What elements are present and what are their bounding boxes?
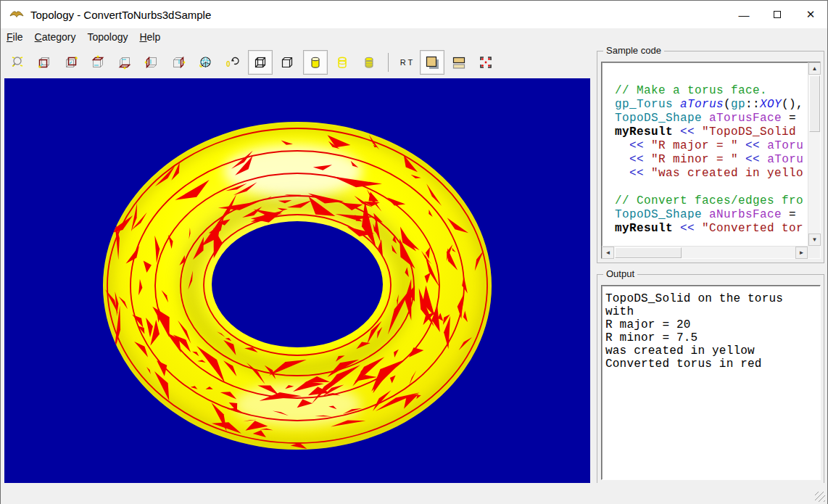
title-bar: Topology - ConvertToNurbs3dSample — ✕ (1, 1, 827, 28)
app-logo-icon (9, 7, 25, 22)
code-horizontal-scrollbar[interactable]: ◄ ► (602, 246, 808, 258)
shaded-cylinder-icon (308, 55, 323, 70)
hlr-off-button[interactable] (248, 50, 273, 75)
svg-text:0: 0 (226, 60, 231, 68)
output-area: TopoDS_Solid on the toruswithR major = 2… (601, 285, 821, 480)
axonometric-sphere-icon (198, 55, 212, 70)
code-line (615, 181, 808, 194)
output-label: Output (603, 268, 637, 279)
status-strip (1, 483, 827, 504)
rotate-view-button[interactable]: 0 (220, 50, 244, 75)
output-line: was created in yellow (605, 344, 820, 358)
hlr-on-button[interactable] (275, 50, 299, 75)
output-group: Output TopoDS_Solid on the toruswithR ma… (597, 274, 824, 484)
dotted-frame-icon (478, 54, 494, 70)
view-right-button[interactable] (166, 50, 191, 75)
vertical-scroll-thumb[interactable] (809, 75, 820, 132)
scroll-left-button[interactable]: ◄ (602, 247, 614, 259)
select-area-button[interactable] (473, 50, 498, 75)
close-button[interactable]: ✕ (794, 1, 827, 28)
cube-right-icon (171, 55, 186, 70)
view-bottom-button[interactable] (112, 50, 137, 75)
torus-render (4, 78, 590, 483)
code-line (615, 70, 808, 84)
resize-grip-icon[interactable] (815, 492, 825, 502)
menu-bar: FileCategoryTopologyHelp (1, 28, 827, 46)
shading-button[interactable] (303, 50, 328, 75)
menu-item-file[interactable]: File (1, 29, 29, 45)
output-line: R minor = 7.5 (605, 331, 820, 344)
scroll-right-button[interactable]: ► (795, 247, 808, 259)
code-line: myResult << "TopoDS_Solid (615, 125, 808, 139)
magnifier-icon (9, 54, 25, 70)
window-controls: — ✕ (727, 1, 827, 28)
code-line: << "R major = " << aToru (615, 139, 808, 153)
cube-left-icon (144, 55, 159, 70)
view-axo-button[interactable] (193, 50, 218, 75)
output-line: TopoDS_Solid on the torus (605, 292, 820, 305)
cube-bottom-icon (117, 55, 132, 70)
menu-item-category[interactable]: Category (29, 29, 82, 45)
code-line: TopoDS_Shape aTorusFace = (615, 112, 808, 125)
horizontal-scroll-thumb[interactable] (615, 247, 682, 258)
code-lines[interactable]: // Make a torus face.gp_Torus aTorus(gp:… (602, 62, 808, 246)
output-line: R major = 20 (605, 318, 820, 331)
viewport-3d[interactable] (4, 78, 590, 483)
shaded-edges-button[interactable] (357, 50, 381, 75)
cube-back-icon (64, 55, 78, 70)
scroll-up-button[interactable]: ▲ (808, 62, 821, 75)
wire-cylinder-icon (335, 55, 349, 70)
code-line: TopoDS_Shape aNurbsFace = (615, 208, 808, 222)
output-lines[interactable]: TopoDS_Solid on the toruswithR major = 2… (602, 286, 820, 479)
output-line: with (605, 305, 820, 318)
minimize-button[interactable]: — (727, 1, 761, 28)
code-line: // Make a torus face. (615, 84, 808, 98)
cube-top-icon (91, 55, 105, 70)
shadow-square-icon (424, 54, 440, 70)
transparency-button[interactable] (420, 50, 444, 75)
code-vertical-scrollbar[interactable]: ▲ ▼ (808, 62, 820, 246)
scroll-down-button[interactable]: ▼ (808, 234, 821, 246)
rotate-icon: 0 (224, 54, 240, 70)
raytrace-button[interactable]: RT (395, 50, 420, 75)
view-top-button[interactable] (86, 50, 110, 75)
close-icon: ✕ (806, 8, 816, 21)
solid-cube-icon (280, 55, 294, 70)
view-left-button[interactable] (139, 50, 164, 75)
minimize-icon: — (739, 9, 750, 21)
code-line: myResult << "Converted tor (615, 222, 808, 236)
sample-code-group: Sample code // Make a torus face.gp_Toru… (597, 51, 824, 263)
stacked-rectangles-icon (451, 54, 467, 70)
cube-front-icon (37, 55, 51, 70)
code-line: << "R minor = " << aToru (615, 153, 808, 167)
layers-button[interactable] (447, 50, 471, 75)
rt-text-icon: RT (400, 58, 415, 67)
wireframe-cube-icon (253, 55, 268, 70)
window-title: Topology - ConvertToNurbs3dSample (30, 9, 211, 21)
code-line: << "was created in yello (615, 167, 808, 181)
toolbar-separator (388, 53, 389, 72)
maximize-icon (774, 11, 781, 18)
sample-code-area: // Make a torus face.gp_Torus aTorus(gp:… (601, 62, 821, 259)
horizontal-scroll-track[interactable] (682, 247, 795, 258)
code-line: // Convert faces/edges fro (615, 194, 808, 208)
code-line: gp_Torus aTorus(gp::XOY(), (615, 98, 808, 112)
menu-item-help[interactable]: Help (133, 29, 166, 45)
scrollbar-corner (808, 246, 820, 258)
maximize-button[interactable] (761, 1, 794, 28)
menu-item-topology[interactable]: Topology (81, 29, 133, 45)
sample-code-label: Sample code (603, 45, 664, 56)
output-line: Converted torus in red (605, 358, 820, 371)
banded-cylinder-icon (362, 55, 376, 70)
app-window: Topology - ConvertToNurbs3dSample — ✕ Fi… (0, 0, 828, 504)
zoom-fit-button[interactable] (5, 50, 30, 75)
vertical-scroll-track[interactable] (808, 133, 820, 234)
view-back-button[interactable] (59, 50, 83, 75)
view-front-button[interactable] (32, 50, 57, 75)
wireframe-button[interactable] (330, 50, 355, 75)
